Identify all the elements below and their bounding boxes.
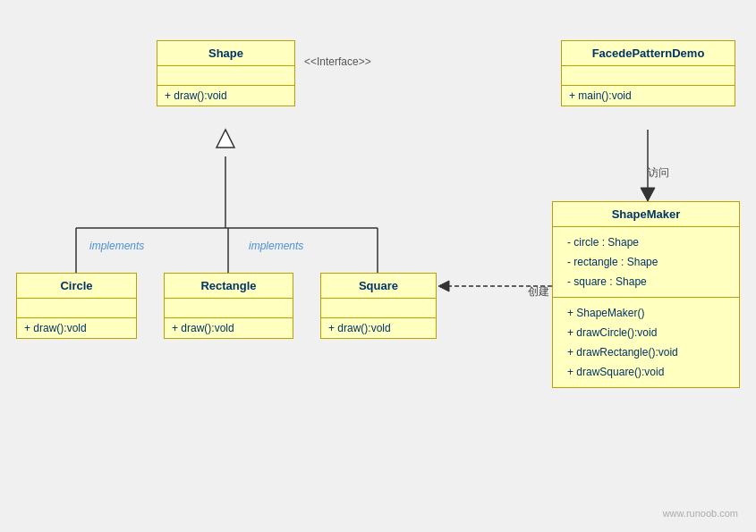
rectangle-method: + draw():vold (165, 318, 293, 338)
facade-demo-box: FacedePatternDemo + main():void (561, 40, 735, 106)
svg-marker-9 (438, 281, 449, 291)
square-method: + draw():vold (321, 318, 436, 338)
shape-maker-box: ShapeMaker - circle : Shape - rectangle … (552, 201, 740, 388)
visit-label: 访问 (648, 165, 669, 181)
shape-method: + draw():void (157, 86, 294, 106)
rectangle-header: Rectangle (165, 274, 293, 299)
watermark: www.runoob.com (663, 508, 738, 519)
circle-box: Circle + draw():vold (16, 273, 137, 339)
circle-empty-section (17, 299, 136, 318)
implements-label-right: implements (249, 240, 303, 252)
create-label: 创建 (528, 284, 549, 300)
facade-demo-empty (562, 66, 735, 86)
svg-marker-7 (641, 188, 655, 201)
circle-method: + draw():vold (17, 318, 136, 338)
square-empty-section (321, 299, 436, 318)
shape-maker-field-1: - circle : Shape (560, 232, 732, 252)
shape-maker-method-1: + ShapeMaker() (560, 303, 732, 323)
square-box: Square + draw():vold (320, 273, 437, 339)
rectangle-box: Rectangle + draw():vold (164, 273, 293, 339)
shape-maker-method-3: + drawRectangle():void (560, 342, 732, 362)
shape-maker-method-4: + drawSquare():void (560, 362, 732, 382)
shape-maker-header: ShapeMaker (553, 202, 739, 227)
implements-label-left: implements (89, 240, 144, 252)
rectangle-empty-section (165, 299, 293, 318)
square-header: Square (321, 274, 436, 299)
facade-demo-header: FacedePatternDemo (562, 41, 735, 66)
shape-maker-field-3: - square : Shape (560, 272, 732, 291)
shape-box: Shape + draw():void (157, 40, 295, 106)
shape-maker-fields: - circle : Shape - rectangle : Shape - s… (553, 227, 739, 298)
shape-maker-methods: + ShapeMaker() + drawCircle():void + dra… (553, 298, 739, 387)
shape-maker-method-2: + drawCircle():void (560, 323, 732, 342)
shape-maker-field-2: - rectangle : Shape (560, 252, 732, 272)
shape-header: Shape (157, 41, 294, 66)
diagram-area: Shape + draw():void <<Interface>> Circle… (0, 0, 756, 532)
interface-label: <<Interface>> (304, 55, 371, 68)
shape-empty-section (157, 66, 294, 86)
svg-marker-1 (217, 130, 234, 148)
facade-demo-method: + main():void (562, 86, 735, 106)
circle-header: Circle (17, 274, 136, 299)
